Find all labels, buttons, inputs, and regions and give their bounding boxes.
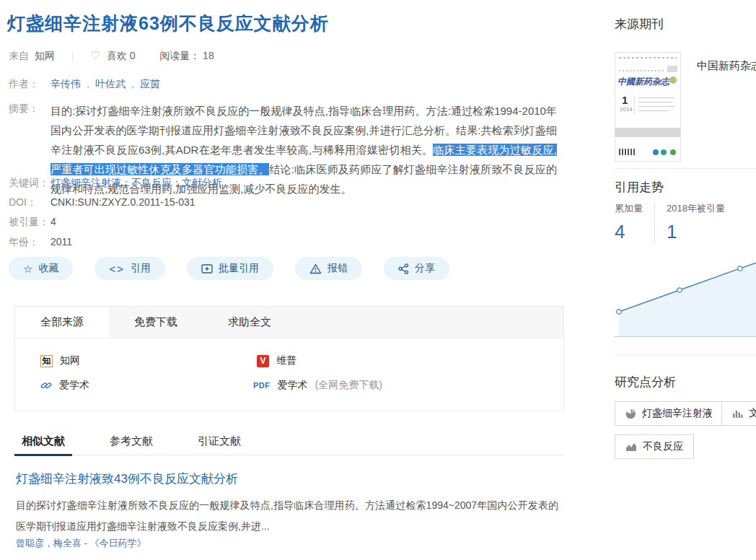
share-icon — [398, 263, 409, 274]
tab-all-sources[interactable]: 全部来源 — [15, 307, 109, 338]
research-point-dengzhan-button[interactable]: 灯盏细辛注射液 — [615, 401, 724, 426]
cover-issue-number: 1 — [622, 94, 628, 106]
cover-decoration — [619, 57, 677, 58]
heart-icon[interactable]: ♡ — [90, 49, 100, 61]
source-item-label: 爱学术 — [59, 379, 89, 392]
tab-request-fulltext[interactable]: 求助全文 — [203, 307, 296, 338]
paper-detail-page: 灯盏细辛注射液63例不良反应文献分析 来自 知网 ｜ ♡ 喜欢 0 阅读量： 1… — [0, 0, 756, 560]
research-point-wenxian-button[interactable]: 文献分析 — [721, 401, 756, 426]
batch-cite-label: 批量引用 — [219, 262, 259, 275]
cover-logo-dot — [670, 149, 676, 155]
cover-journal-title: 中國新药杂志 — [617, 76, 669, 88]
author-separator: ， — [81, 78, 95, 89]
code-icon: <> — [109, 263, 125, 274]
cover-decoration — [638, 97, 674, 98]
source-item-note: (全网免费下载) — [315, 379, 382, 392]
keyword-link[interactable]: 文献分析 — [182, 177, 222, 188]
stat-value: 4 — [615, 221, 643, 243]
cover-decoration — [634, 96, 635, 115]
doi-value: CNKI:SUN:ZXYZ.0.2011-15-031 — [50, 196, 195, 209]
cover-decoration — [619, 70, 664, 71]
meta-divider: ｜ — [68, 50, 78, 61]
year-label: 年份： — [9, 236, 50, 249]
report-error-button[interactable]: 报错 — [295, 257, 362, 280]
sidebar-divider — [615, 354, 756, 355]
keyword-link[interactable]: 灯盏细辛注射液 — [50, 177, 121, 188]
related-article-authors[interactable]: 曾聪彦，梅全喜 - 《今日药学》 — [16, 537, 146, 550]
cover-barcode — [619, 149, 635, 155]
weipu-icon: V — [257, 355, 269, 367]
report-error-label: 报错 — [328, 262, 348, 275]
pdf-icon: PDF — [253, 381, 271, 390]
source-link[interactable]: 知网 — [35, 50, 55, 61]
source-item-cnki[interactable]: 知 知网 — [40, 354, 80, 367]
cover-logo-dot — [653, 149, 659, 155]
stat-label: 累加量 — [615, 202, 643, 215]
source-item-label: 维普 — [276, 354, 296, 367]
research-point-label: 不良反应 — [643, 440, 683, 453]
cite-label: 引用 — [131, 262, 151, 275]
stat-cumulative: 累加量 4 — [615, 202, 654, 243]
source-item-label: 知网 — [60, 354, 80, 367]
citation-trend-chart — [615, 253, 756, 338]
page-title: 灯盏细辛注射液63例不良反应文献分析 — [7, 12, 555, 35]
author-link[interactable]: 叶佐武 — [95, 78, 126, 89]
favorite-label: 收藏 — [38, 262, 58, 275]
year-value: 2011 — [50, 236, 72, 249]
cover-decoration — [638, 106, 674, 107]
sources-tab-bar: 全部来源 免费下载 求助全文 — [15, 307, 563, 338]
star-icon: ☆ — [23, 263, 32, 274]
year-row: 年份： 2011 — [9, 236, 72, 249]
stat-label: 2018年被引量 — [667, 202, 725, 215]
journal-name-link[interactable]: 中国新药杂志 — [697, 59, 756, 73]
favorite-button[interactable]: ☆ 收藏 — [9, 257, 73, 280]
cover-decoration — [638, 110, 669, 111]
cover-decoration — [615, 128, 681, 137]
like-label[interactable]: 喜欢 — [107, 50, 127, 61]
source-item-label: 爱学术 — [278, 379, 308, 392]
source-item-aixueshu-pdf[interactable]: PDF 爱学术 (全网免费下载) — [253, 379, 382, 392]
chart-area-fill — [619, 253, 756, 336]
cited-count[interactable]: 4 — [50, 216, 56, 229]
batch-cite-icon — [201, 263, 213, 274]
keyword-link[interactable]: 不良反应 — [131, 177, 172, 188]
cover-year: 2014 — [620, 106, 633, 113]
bar-chart-icon — [732, 408, 743, 419]
keywords-label: 关键词： — [9, 177, 50, 190]
stat-cited-2018: 2018年被引量 1 — [654, 202, 737, 243]
sources-panel: 全部来源 免费下载 求助全文 知 知网 V 维普 爱学 — [14, 306, 564, 411]
tab-free-download[interactable]: 免费下载 — [109, 307, 203, 338]
tab-similar-literature[interactable]: 相似文献 — [14, 432, 72, 455]
research-point-buliang-button[interactable]: 不良反应 — [615, 434, 694, 459]
source-item-aixueshu[interactable]: 爱学术 — [40, 379, 89, 392]
author-label: 作者： — [9, 78, 50, 91]
read-count: 18 — [203, 50, 214, 61]
batch-cite-button[interactable]: 批量引用 — [187, 257, 273, 280]
cited-row: 被引量： 4 — [9, 216, 56, 229]
research-points-heading: 研究点分析 — [615, 374, 676, 390]
tab-citing-literature[interactable]: 引证文献 — [190, 432, 248, 455]
share-button[interactable]: 分享 — [384, 257, 449, 280]
author-link[interactable]: 应茵 — [140, 78, 160, 89]
doi-row: DOI： CNKI:SUN:ZXYZ.0.2011-15-031 — [9, 196, 195, 209]
area-chart-icon — [625, 442, 637, 452]
keywords-row: 关键词： 灯盏细辛注射液；不良反应；文献分析 — [9, 177, 222, 190]
author-link[interactable]: 辛传伟 — [50, 78, 81, 89]
action-bar: ☆ 收藏 <> 引用 批量引用 报错 — [9, 257, 449, 280]
cover-seal — [669, 76, 677, 84]
related-article-title[interactable]: 灯盏细辛注射液致43例不良反应文献分析 — [16, 471, 238, 487]
cite-button[interactable]: <> 引用 — [94, 257, 165, 280]
tab-references[interactable]: 参考文献 — [102, 432, 160, 455]
article-meta: 来自 知网 ｜ ♡ 喜欢 0 阅读量： 18 — [9, 49, 214, 63]
read-label: 阅读量： — [159, 50, 200, 61]
author-list: 辛传伟，叶佐武，应茵 — [50, 78, 160, 91]
citation-trend-heading: 引用走势 — [615, 179, 664, 196]
journal-cover[interactable]: 中國新药杂志 1 2014 — [615, 52, 681, 162]
source-item-weipu[interactable]: V 维普 — [257, 354, 296, 367]
share-label: 分享 — [415, 262, 435, 275]
cover-logo-dot — [661, 149, 667, 155]
source-prefix: 来自 — [9, 50, 29, 61]
zhiwang-icon: 知 — [40, 355, 53, 367]
journal-section-heading: 来源期刊 — [615, 16, 664, 32]
related-tab-bar: 相似文献 参考文献 引证文献 — [14, 432, 564, 455]
